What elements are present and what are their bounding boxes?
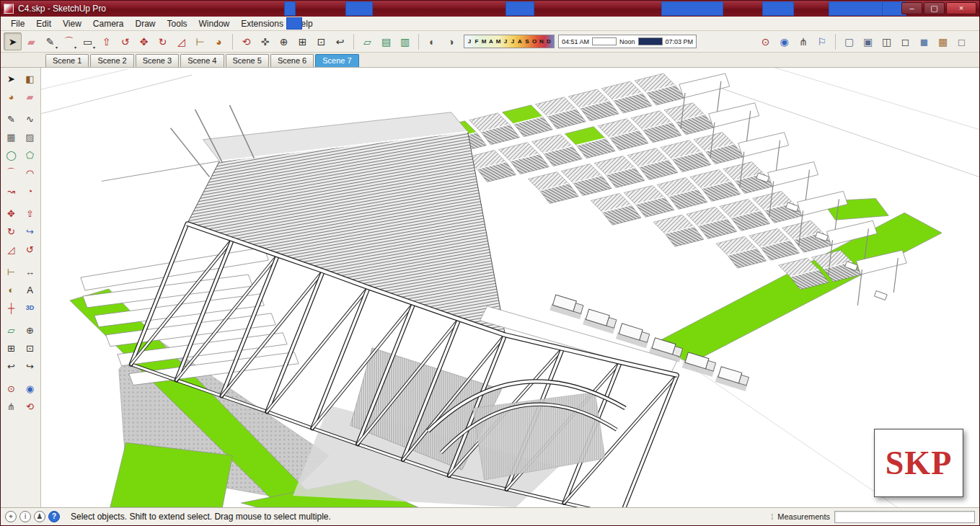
credits-icon[interactable]: i xyxy=(19,511,31,522)
drawing-canvas[interactable]: SKP xyxy=(41,68,979,507)
arc-tool-button[interactable]: ⌒ xyxy=(2,164,20,182)
arc-tool-caret[interactable]: ▾ xyxy=(74,45,76,50)
three-point-arc-tool-button[interactable]: ↝ xyxy=(2,182,20,200)
orbit-tool-button[interactable]: ⟲ xyxy=(21,398,39,415)
pie-tool-button[interactable]: ◔ xyxy=(21,182,39,200)
zoom-extents-tool-button[interactable]: ⊡ xyxy=(312,32,330,50)
scale-tool-button[interactable]: ◿ xyxy=(2,241,20,258)
arc-tool-button[interactable]: ⌒▾ xyxy=(60,32,78,50)
dimensions-tool-button[interactable]: ↔ xyxy=(21,263,39,280)
zoom-window-tool-button[interactable]: ⊞ xyxy=(293,32,312,50)
model-viewport[interactable] xyxy=(41,68,979,507)
display-section-cuts-button[interactable]: ▥ xyxy=(396,32,414,50)
previous-view-tool-button[interactable]: ↩ xyxy=(2,357,20,375)
toggle-shadows-button[interactable]: ◑ xyxy=(442,32,460,50)
make-component-tool-button[interactable]: ◧ xyxy=(21,70,39,87)
zoom-window-tool-button[interactable]: ⊞ xyxy=(2,339,20,357)
text-tool-button[interactable]: A xyxy=(21,281,39,298)
position-camera-tool-button[interactable]: ⊙ xyxy=(2,380,20,397)
menu-item-tools[interactable]: Tools xyxy=(162,17,193,30)
maximize-button[interactable]: ▢ xyxy=(924,2,945,14)
sign-in-icon[interactable]: ♟ xyxy=(34,511,45,522)
title-bar[interactable]: C4.skp - SketchUp Pro – ▢ × xyxy=(1,1,979,17)
tape-measure-tool-button[interactable]: ⊢ xyxy=(191,32,209,50)
shape-tool-caret[interactable]: ▾ xyxy=(93,45,95,50)
line-tool-caret[interactable]: ▾ xyxy=(56,45,58,50)
style-x-ray-button[interactable]: ▢ xyxy=(840,32,858,50)
freehand-tool-button[interactable]: ∿ xyxy=(21,110,39,128)
walk-tool-button[interactable]: ⋔ xyxy=(2,398,20,415)
look-around-tool-button[interactable]: ◉ xyxy=(775,32,793,50)
display-section-planes-button[interactable]: ▤ xyxy=(377,32,395,50)
walk-tool-button[interactable]: ⋔ xyxy=(794,32,812,50)
select-tool-button[interactable]: ➤ xyxy=(2,70,20,87)
scale-tool-button[interactable]: ◿ xyxy=(172,32,190,50)
style-monochrome-button[interactable]: ◻ xyxy=(953,32,971,50)
menu-item-extensions[interactable]: Extensions xyxy=(235,17,289,30)
rectangle-tool-button[interactable]: ▦ xyxy=(2,128,20,146)
shadow-settings-button[interactable]: ◐ xyxy=(423,32,441,50)
close-button[interactable]: × xyxy=(946,2,976,14)
eraser-tool-button[interactable]: ▰ xyxy=(22,32,40,50)
two-point-arc-tool-button[interactable]: ◠ xyxy=(21,164,39,182)
section-plane-tool-button[interactable]: ▱ xyxy=(2,321,20,339)
menu-item-draw[interactable]: Draw xyxy=(130,17,162,30)
shadow-time-slider[interactable]: 04:51 AM Noon 07:03 PM xyxy=(558,35,697,48)
scene-tab-7[interactable]: Scene 7 xyxy=(315,54,358,67)
scene-tab-5[interactable]: Scene 5 xyxy=(226,54,269,67)
zoom-extents-tool-button[interactable]: ⊡ xyxy=(21,339,39,357)
axes-tool-button[interactable]: ┼ xyxy=(2,299,20,316)
style-shaded-textures-button[interactable]: ▦ xyxy=(934,32,952,50)
position-camera-tool-button[interactable]: ⊙ xyxy=(756,32,774,50)
menu-item-file[interactable]: File xyxy=(5,17,30,30)
rotate-tool-button[interactable]: ↻ xyxy=(154,32,172,50)
push-pull-tool-button[interactable]: ⇧ xyxy=(21,205,39,222)
move-tool-button[interactable]: ✥ xyxy=(2,205,20,222)
geolocation-icon[interactable]: ⌖ xyxy=(5,511,17,522)
line-tool-button[interactable]: ✎▾ xyxy=(41,32,59,50)
add-location-button[interactable]: ⚐ xyxy=(813,32,831,50)
move-tool-button[interactable]: ✥ xyxy=(135,32,153,50)
circle-tool-button[interactable]: ◯ xyxy=(2,146,20,164)
style-shaded-button[interactable]: ◼ xyxy=(915,32,933,50)
push-pull-tool-button[interactable]: ⇧ xyxy=(97,32,115,50)
shape-tool-button[interactable]: ▭▾ xyxy=(79,32,97,50)
paint-bucket-tool-button[interactable]: ◕ xyxy=(210,32,228,50)
scene-tab-6[interactable]: Scene 6 xyxy=(270,54,314,67)
minimize-button[interactable]: – xyxy=(901,2,922,14)
pan-tool-button[interactable]: ✜ xyxy=(256,32,274,50)
help-icon[interactable]: ? xyxy=(48,511,60,522)
measurements-input[interactable] xyxy=(834,511,975,523)
previous-view-button[interactable]: ↩ xyxy=(331,32,349,50)
style-hidden-line-button[interactable]: ◻ xyxy=(896,32,914,50)
scene-tab-1[interactable]: Scene 1 xyxy=(45,54,89,67)
offset-tool-button[interactable]: ↺ xyxy=(21,241,39,258)
rotated-rectangle-tool-button[interactable]: ▨ xyxy=(21,128,39,146)
offset-tool-button[interactable]: ↺ xyxy=(116,32,134,50)
three-d-text-tool-button[interactable]: 3D xyxy=(21,299,39,316)
zoom-tool-button[interactable]: ⊕ xyxy=(21,321,39,339)
next-view-tool-button[interactable]: ↪ xyxy=(21,357,39,375)
shadow-time-track-am[interactable] xyxy=(592,37,617,45)
tape-measure-tool-button[interactable]: ⊢ xyxy=(2,263,20,280)
shadow-month-strip[interactable]: JFMAMJJASOND xyxy=(464,35,555,48)
paint-bucket-tool-button[interactable]: ◕ xyxy=(2,88,20,105)
style-back-edges-button[interactable]: ▣ xyxy=(859,32,877,50)
eraser-tool-button[interactable]: ▰ xyxy=(21,88,39,105)
menu-item-edit[interactable]: Edit xyxy=(30,17,57,30)
scene-tab-2[interactable]: Scene 2 xyxy=(90,54,133,67)
scene-tab-4[interactable]: Scene 4 xyxy=(180,54,224,67)
line-tool-button[interactable]: ✎ xyxy=(2,110,20,128)
menu-item-window[interactable]: Window xyxy=(193,17,236,30)
scene-tab-3[interactable]: Scene 3 xyxy=(136,54,179,67)
statusbar-resize-handle[interactable]: ⁞ xyxy=(771,512,773,521)
section-plane-tool-button[interactable]: ▱ xyxy=(358,32,376,50)
protractor-tool-button[interactable]: ◐ xyxy=(2,281,20,298)
shadow-time-track-pm[interactable] xyxy=(638,37,663,45)
rotate-tool-button[interactable]: ↻ xyxy=(2,223,20,240)
menu-item-view[interactable]: View xyxy=(57,17,87,30)
zoom-tool-button[interactable]: ⊕ xyxy=(275,32,293,50)
look-around-tool-button[interactable]: ◉ xyxy=(21,380,39,397)
orbit-tool-button[interactable]: ⟲ xyxy=(237,32,255,50)
polygon-tool-button[interactable]: ⬠ xyxy=(21,146,39,164)
